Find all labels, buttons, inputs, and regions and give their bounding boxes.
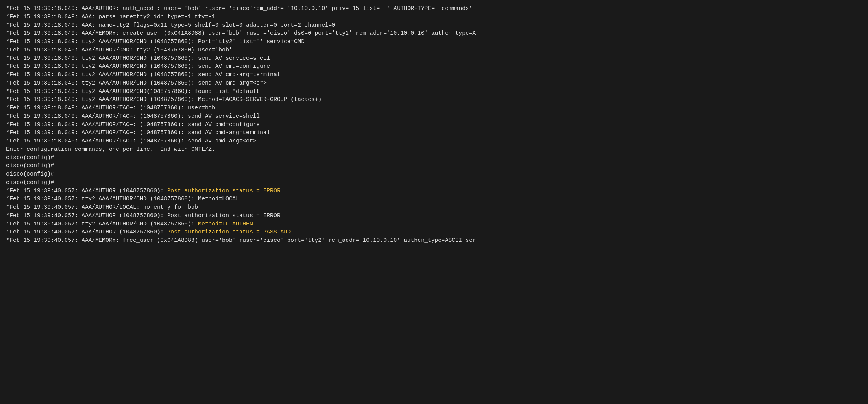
terminal-line: *Feb 15 19:39:40.057: AAA/AUTHOR (104875… <box>6 228 862 236</box>
terminal-text-segment: *Feb 15 19:39:40.057: AAA/AUTHOR (104875… <box>6 212 280 219</box>
terminal-line: cisco(config)# <box>6 179 862 187</box>
terminal-line: Enter configuration commands, one per li… <box>6 145 862 154</box>
terminal-text-segment: *Feb 15 19:39:18.049: AAA/AUTHOR/TAC+: (… <box>6 105 215 111</box>
terminal-text-segment: *Feb 15 19:39:18.049: AAA/AUTHOR: auth_n… <box>6 5 472 12</box>
terminal-text-segment: *Feb 15 19:39:18.049: tty2 AAA/AUTHOR/CM… <box>6 55 270 62</box>
terminal-text-segment: *Feb 15 19:39:18.049: tty2 AAA/AUTHOR/CM… <box>6 38 304 45</box>
terminal-text-segment: Post authorization status = ERROR <box>167 188 280 194</box>
terminal-text-segment: *Feb 15 19:39:40.057: tty2 AAA/AUTHOR/CM… <box>6 221 198 227</box>
terminal-line: *Feb 15 19:39:18.049: tty2 AAA/AUTHOR/CM… <box>6 71 862 79</box>
terminal-line: cisco(config)# <box>6 170 862 179</box>
terminal-line: *Feb 15 19:39:18.049: tty2 AAA/AUTHOR/CM… <box>6 54 862 63</box>
terminal-line: *Feb 15 19:39:18.049: AAA/AUTHOR/TAC+: (… <box>6 121 862 129</box>
terminal-text-segment: cisco(config)# <box>6 179 54 186</box>
terminal-text-segment: *Feb 15 19:39:18.049: AAA: name=tty2 fla… <box>6 22 335 29</box>
terminal-text-segment: *Feb 15 19:39:40.057: AAA/AUTHOR (104875… <box>6 188 167 194</box>
terminal-line: *Feb 15 19:39:18.049: AAA/AUTHOR: auth_n… <box>6 5 862 13</box>
terminal-text-segment: *Feb 15 19:39:40.057: AAA/AUTHOR/LOCAL: … <box>6 204 198 211</box>
terminal-text-segment: *Feb 15 19:39:40.057: tty2 AAA/AUTHOR/CM… <box>6 196 239 202</box>
terminal-line: *Feb 15 19:39:18.049: AAA: parse name=tt… <box>6 13 862 21</box>
terminal-output: *Feb 15 19:39:18.049: AAA/AUTHOR: auth_n… <box>0 0 868 404</box>
terminal-text-segment: Method=IF_AUTHEN <box>198 221 253 227</box>
terminal-text-segment: *Feb 15 19:39:18.049: tty2 AAA/AUTHOR/CM… <box>6 80 267 86</box>
terminal-line: *Feb 15 19:39:18.049: AAA/MEMORY: create… <box>6 29 862 38</box>
terminal-text-segment: *Feb 15 19:39:18.049: tty2 AAA/AUTHOR/CM… <box>6 88 263 95</box>
terminal-line: cisco(config)# <box>6 154 862 162</box>
terminal-text-segment: cisco(config)# <box>6 171 54 177</box>
terminal-line: *Feb 15 19:39:18.049: tty2 AAA/AUTHOR/CM… <box>6 96 862 104</box>
terminal-line: *Feb 15 19:39:18.049: AAA: name=tty2 fla… <box>6 21 862 30</box>
terminal-line: *Feb 15 19:39:40.057: AAA/AUTHOR (104875… <box>6 187 862 195</box>
terminal-text-segment: *Feb 15 19:39:18.049: tty2 AAA/AUTHOR/CM… <box>6 63 270 70</box>
terminal-line: *Feb 15 19:39:18.049: tty2 AAA/AUTHOR/CM… <box>6 62 862 71</box>
terminal-text-segment: *Feb 15 19:39:18.049: tty2 AAA/AUTHOR/CM… <box>6 96 321 103</box>
terminal-text-segment: *Feb 15 19:39:18.049: AAA: parse name=tt… <box>6 14 215 20</box>
terminal-line: *Feb 15 19:39:18.049: tty2 AAA/AUTHOR/CM… <box>6 38 862 46</box>
terminal-line: *Feb 15 19:39:18.049: AAA/AUTHOR/TAC+: (… <box>6 129 862 137</box>
terminal-line: cisco(config)# <box>6 162 862 170</box>
terminal-text-segment: *Feb 15 19:39:18.049: AAA/AUTHOR/TAC+: (… <box>6 138 256 144</box>
terminal-text-segment: *Feb 15 19:39:18.049: tty2 AAA/AUTHOR/CM… <box>6 72 280 78</box>
terminal-text-segment: cisco(config)# <box>6 155 54 161</box>
terminal-line: *Feb 15 19:39:40.057: tty2 AAA/AUTHOR/CM… <box>6 220 862 228</box>
terminal-text-segment: *Feb 15 19:39:18.049: AAA/AUTHOR/TAC+: (… <box>6 121 260 128</box>
terminal-text-segment: Enter configuration commands, one per li… <box>6 146 215 153</box>
terminal-line: *Feb 15 19:39:18.049: tty2 AAA/AUTHOR/CM… <box>6 88 862 96</box>
terminal-line: *Feb 15 19:39:18.049: AAA/AUTHOR/TAC+: (… <box>6 112 862 121</box>
terminal-line: *Feb 15 19:39:18.049: AAA/AUTHOR/TAC+: (… <box>6 137 862 145</box>
terminal-text-segment: *Feb 15 19:39:18.049: AAA/AUTHOR/TAC+: (… <box>6 113 260 120</box>
terminal-line: *Feb 15 19:39:40.057: AAA/AUTHOR (104875… <box>6 212 862 220</box>
terminal-line: *Feb 15 19:39:18.049: tty2 AAA/AUTHOR/CM… <box>6 79 862 88</box>
terminal-text-segment: *Feb 15 19:39:18.049: AAA/AUTHOR/CMD: tt… <box>6 47 232 53</box>
terminal-line: *Feb 15 19:39:18.049: AAA/AUTHOR/TAC+: (… <box>6 104 862 112</box>
terminal-text-segment: Post authorization status = PASS_ADD <box>167 229 291 235</box>
terminal-text-segment: *Feb 15 19:39:40.057: AAA/AUTHOR (104875… <box>6 229 167 235</box>
terminal-line: *Feb 15 19:39:40.057: tty2 AAA/AUTHOR/CM… <box>6 195 862 203</box>
terminal-line: *Feb 15 19:39:18.049: AAA/AUTHOR/CMD: tt… <box>6 46 862 54</box>
terminal-text-segment: *Feb 15 19:39:18.049: AAA/MEMORY: create… <box>6 30 476 37</box>
terminal-text-segment: *Feb 15 19:39:18.049: AAA/AUTHOR/TAC+: (… <box>6 129 270 136</box>
terminal-text-segment: cisco(config)# <box>6 163 54 169</box>
terminal-text-segment: *Feb 15 19:39:40.057: AAA/MEMORY: free_u… <box>6 237 476 244</box>
terminal-line: *Feb 15 19:39:40.057: AAA/MEMORY: free_u… <box>6 236 862 245</box>
terminal-line: *Feb 15 19:39:40.057: AAA/AUTHOR/LOCAL: … <box>6 203 862 212</box>
